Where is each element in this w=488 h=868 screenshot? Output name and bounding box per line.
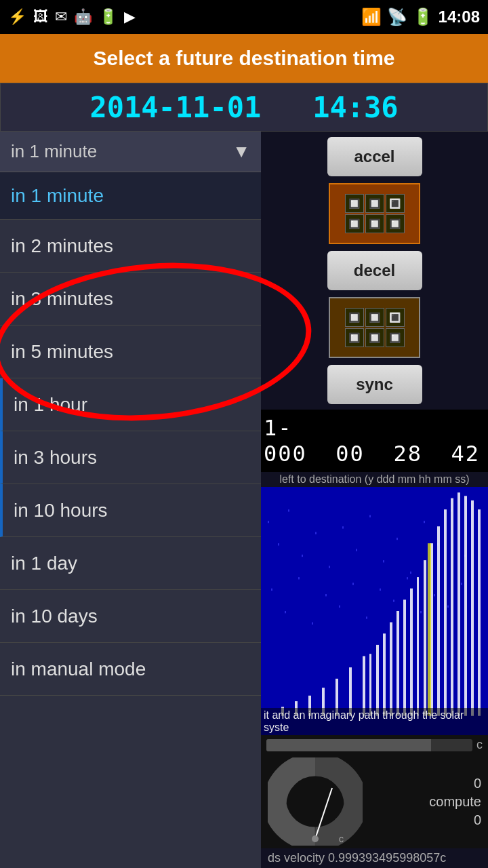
progress-section: c xyxy=(261,735,488,755)
dropdown-header-row[interactable]: in 1 minute ▼ xyxy=(0,132,261,172)
svg-rect-54 xyxy=(471,500,474,716)
list-item-manual-mode[interactable]: in manual mode xyxy=(0,643,261,696)
main-area: in 1 minute ▼ in 1 minute in 2 minutes i… xyxy=(0,132,488,868)
countdown-label: left to destination (y ddd mm hh mm ss) xyxy=(261,472,488,487)
svg-rect-56 xyxy=(428,543,431,716)
list-item[interactable]: in 2 minutes xyxy=(0,220,261,273)
seg-cell: 🔲 xyxy=(365,194,384,213)
status-bar: ⚡ 🖼 ✉ 🤖 🔋 ▶ 📶 📡 🔋 14:08 xyxy=(0,0,488,34)
svg-rect-53 xyxy=(464,496,467,715)
svg-text:c: c xyxy=(339,833,344,844)
compute-value1: 0 xyxy=(474,776,481,791)
svg-rect-49 xyxy=(437,526,440,715)
svg-rect-26 xyxy=(393,599,394,601)
datetime-display: 2014-11-01 14:36 xyxy=(89,91,398,124)
svg-rect-43 xyxy=(396,611,399,716)
velocity-display: ds velocity 0.999393495998057c xyxy=(261,848,488,868)
compute-label: compute xyxy=(429,794,481,810)
android-icon: 🤖 xyxy=(74,8,92,26)
signal-icon: 📡 xyxy=(387,7,407,26)
svg-rect-21 xyxy=(325,594,327,596)
svg-rect-24 xyxy=(366,616,367,618)
svg-rect-9 xyxy=(369,515,371,517)
svg-rect-4 xyxy=(302,555,303,557)
seg-cell: 🔲 xyxy=(386,214,405,233)
svg-rect-6 xyxy=(329,566,330,568)
chevron-down-icon: ▼ xyxy=(232,141,250,162)
svg-rect-52 xyxy=(458,492,460,715)
battery-level-icon: 🔋 xyxy=(413,7,433,26)
media-icon: ▶ xyxy=(124,8,136,26)
sync-button[interactable]: sync xyxy=(327,365,422,404)
gauge-area: c 0 compute 0 xyxy=(261,755,488,848)
svg-rect-17 xyxy=(271,589,272,591)
seg-cell: 🔲 xyxy=(345,308,364,327)
list-item-in-10-hours[interactable]: in 10 hours xyxy=(0,484,261,537)
status-right: 📶 📡 🔋 14:08 xyxy=(361,7,480,26)
svg-rect-12 xyxy=(410,572,411,574)
mail-icon: ✉ xyxy=(55,8,67,26)
battery-icon: 🔋 xyxy=(99,8,117,26)
header-bar: Select a future destination time xyxy=(0,34,488,83)
svg-rect-27 xyxy=(407,577,408,579)
led-display-2: 🔲 🔲 🔳 🔲 🔲 🔲 xyxy=(329,297,420,358)
svg-rect-2 xyxy=(278,543,279,545)
list-item[interactable]: in 3 minutes xyxy=(0,273,261,326)
countdown-value: 1-000 00 28 42 xyxy=(264,415,485,467)
seg-cell: 🔲 xyxy=(386,328,405,347)
progress-bar xyxy=(266,739,472,751)
svg-rect-42 xyxy=(390,623,392,716)
svg-rect-41 xyxy=(383,633,386,715)
svg-rect-45 xyxy=(410,589,413,716)
svg-rect-30 xyxy=(447,606,449,608)
svg-rect-8 xyxy=(356,549,357,551)
seg-cell: 🔲 xyxy=(345,194,364,213)
list-item-in-1-hour[interactable]: in 1 hour xyxy=(0,378,261,431)
svg-rect-40 xyxy=(376,645,379,716)
svg-rect-51 xyxy=(451,498,453,716)
wifi-icon: 📶 xyxy=(361,7,382,26)
countdown-display: 1-000 00 28 42 xyxy=(261,410,488,472)
datetime-bar[interactable]: 2014-11-01 14:36 xyxy=(0,83,488,132)
seg-cell: 🔳 xyxy=(386,308,405,327)
dropdown-selected-item[interactable]: in 1 minute xyxy=(0,172,261,220)
accel-button[interactable]: accel xyxy=(327,137,422,176)
svg-rect-44 xyxy=(403,599,406,715)
list-item-in-3-hours[interactable]: in 3 hours xyxy=(0,431,261,484)
svg-rect-46 xyxy=(417,577,419,716)
usb-icon: ⚡ xyxy=(8,8,26,26)
svg-rect-39 xyxy=(369,654,371,715)
dropdown-selected-label: in 1 minute xyxy=(11,185,104,207)
svg-rect-31 xyxy=(461,583,462,585)
seg-cell: 🔳 xyxy=(386,194,405,213)
svg-rect-13 xyxy=(424,521,425,523)
svg-rect-25 xyxy=(380,589,381,591)
seg-cell: 🔲 xyxy=(365,328,384,347)
compute-value2: 0 xyxy=(474,812,481,828)
svg-rect-0 xyxy=(261,487,488,735)
svg-rect-10 xyxy=(383,560,384,562)
controls-section: accel 🔲 🔲 🔳 🔲 🔲 🔲 decel 🔲 🔲 xyxy=(261,132,488,410)
svg-rect-22 xyxy=(339,606,340,608)
svg-rect-11 xyxy=(396,538,398,540)
compass-widget: c xyxy=(268,757,363,846)
list-item-in-1-day[interactable]: in 1 day xyxy=(0,537,261,590)
dropdown-list[interactable]: in 1 minute ▼ in 1 minute in 2 minutes i… xyxy=(0,132,261,868)
svg-rect-47 xyxy=(424,560,426,716)
chart-area: it and an imaginary path through the sol… xyxy=(261,487,488,735)
svg-rect-1 xyxy=(268,521,269,523)
svg-rect-38 xyxy=(363,656,365,716)
svg-rect-7 xyxy=(342,526,344,528)
svg-rect-29 xyxy=(434,594,435,596)
list-item-in-10-days[interactable]: in 10 days xyxy=(0,590,261,643)
list-item[interactable]: in 5 minutes xyxy=(0,326,261,378)
dropdown-header-label: in 1 minute xyxy=(11,141,97,162)
svg-rect-5 xyxy=(315,532,317,534)
decel-button[interactable]: decel xyxy=(327,251,422,290)
progress-label: c xyxy=(476,738,483,752)
right-panel: accel 🔲 🔲 🔳 🔲 🔲 🔲 decel 🔲 🔲 xyxy=(261,132,488,868)
svg-rect-3 xyxy=(288,509,289,511)
svg-rect-28 xyxy=(420,611,422,613)
svg-rect-23 xyxy=(352,583,354,585)
status-icons-left: ⚡ 🖼 ✉ 🤖 🔋 ▶ xyxy=(8,8,136,26)
